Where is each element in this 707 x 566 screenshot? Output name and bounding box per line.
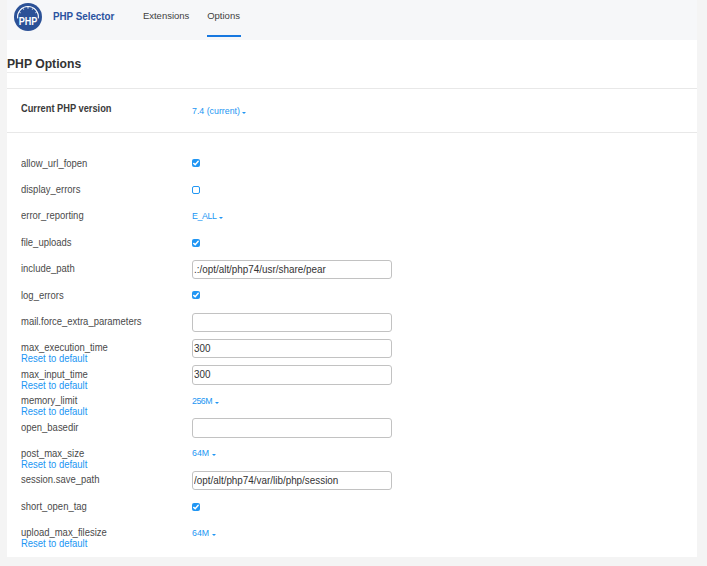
svg-text:PHP: PHP <box>19 15 38 27</box>
